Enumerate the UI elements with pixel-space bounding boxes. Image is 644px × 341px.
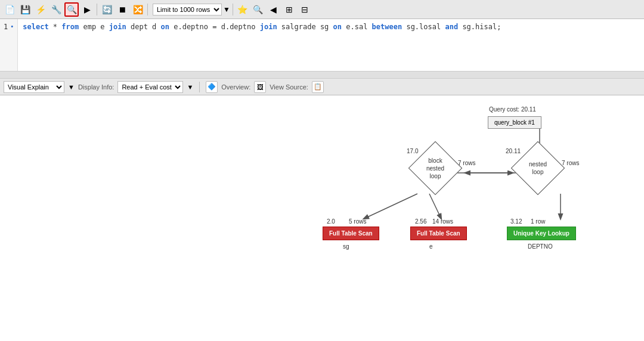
scan-sg-node: Full Table Scan — [323, 227, 379, 240]
sql-content[interactable]: select * from emp e join dept d on e.dep… — [18, 19, 644, 71]
lookup-node: Unique Key Lookup — [507, 227, 576, 240]
sql-salgrade: salgrade sg — [281, 23, 333, 31]
explain-button[interactable]: 🔧 — [49, 2, 63, 17]
lookup-cost: 3.12 — [510, 218, 522, 225]
scan-sg-table: sg — [343, 243, 349, 250]
limit-select[interactable]: Limit to 1000 rows Don't Limit Limit to … — [153, 4, 222, 16]
main-toolbar: 📄 💾 ⚡ 🔧 🔍 ▶ 🔄 ⏹ 🔀 Limit to 1000 rows Don… — [0, 0, 644, 19]
block-nested-loop-cost: 17.0 — [407, 148, 418, 154]
sep-explain — [199, 82, 200, 92]
new-file-button[interactable]: 📄 — [2, 2, 17, 17]
keyword-from: from — [61, 23, 79, 31]
filter-button[interactable]: 🔍 — [251, 2, 265, 17]
keyword-select: select — [23, 23, 48, 31]
forward-button[interactable]: ▶ — [80, 2, 94, 17]
sql-star: * — [53, 23, 61, 31]
diagram-arrows — [0, 95, 644, 341]
scan-e-rows: 14 rows — [432, 218, 453, 225]
keyword-join1: join — [109, 23, 126, 31]
sql-emp: emp e — [83, 23, 109, 31]
keyword-between: between — [372, 23, 402, 31]
grid-button[interactable]: ⊞ — [282, 2, 296, 17]
line-number-1: 1 — [4, 21, 8, 32]
overview-label: Overview: — [221, 83, 250, 91]
sep3 — [233, 4, 233, 16]
line-dot-1: • — [10, 21, 14, 32]
svg-line-3 — [429, 194, 441, 219]
keyword-join2: join — [260, 23, 277, 31]
run-button[interactable]: ⚡ — [33, 2, 48, 17]
view-source-btn[interactable]: 📋 — [312, 81, 324, 93]
line-number-row-1: 1 • — [4, 21, 14, 32]
display-info-select[interactable]: Read + Eval cost Read cost Eval cost — [117, 81, 183, 93]
sep1 — [97, 4, 97, 16]
nav2-button[interactable]: ⊟ — [298, 2, 312, 17]
sql-editor: 1 • select * from emp e join dept d on e… — [0, 19, 644, 72]
star-button[interactable]: ⭐ — [236, 2, 250, 17]
save-button[interactable]: 💾 — [18, 2, 32, 17]
limit-container: Limit to 1000 rows Don't Limit Limit to … — [153, 4, 230, 16]
query-cost-label: Query cost: 20.11 — [489, 106, 536, 113]
horizontal-scrollbar[interactable] — [0, 72, 644, 79]
sql-sal-cond: e.sal — [346, 23, 371, 31]
line-numbers: 1 • — [0, 19, 18, 71]
explain-toolbar: Visual Explain Tabular Explain ▼ Display… — [0, 79, 644, 95]
nav1-button[interactable]: ◀ — [267, 2, 281, 17]
sql-losal: sg.losal — [406, 23, 445, 31]
view-source-label: View Source: — [270, 83, 308, 91]
block-nested-loop-rows: 7 rows — [458, 160, 475, 166]
nested-loop-outer-rows: 7 rows — [562, 160, 579, 166]
query-block-node: query_block #1 — [488, 116, 541, 129]
keyword-on1: on — [161, 23, 169, 31]
keyword-and: and — [445, 23, 458, 31]
svg-line-2 — [364, 194, 417, 219]
sql-hisal: sg.hisal; — [462, 23, 501, 31]
explain-mode-select[interactable]: Visual Explain Tabular Explain — [4, 81, 64, 93]
search-button[interactable]: 🔍 — [64, 2, 79, 17]
keyword-on2: on — [333, 23, 342, 31]
explain-diagram-area: Query cost: 20.11 query_block #1 nestedl… — [0, 95, 644, 341]
reconnect-button[interactable]: 🔄 — [100, 2, 114, 17]
dropdown-arrow: ▼ — [223, 5, 230, 14]
dropdown-arrow-mode: ▼ — [68, 83, 75, 91]
lookup-rows: 1 row — [531, 218, 545, 225]
lookup-table: DEPTNO — [528, 243, 553, 250]
stop-button[interactable]: ⏹ — [115, 2, 129, 17]
scan-e-table: e — [429, 243, 433, 250]
nested-loop-outer-cost: 20.11 — [506, 148, 521, 154]
scan-e-node: Full Table Scan — [410, 227, 467, 240]
scan-sg-rows: 5 rows — [349, 218, 366, 225]
scan-sg-cost: 2.0 — [327, 218, 335, 225]
sql-deptno-cond: e.deptno = d.deptno — [174, 23, 260, 31]
display-info-label: Display Info: — [78, 83, 114, 91]
nested-loop-outer-container: nestedloop — [519, 149, 557, 187]
overview-btn[interactable]: 🖼 — [254, 81, 266, 93]
dropdown-arrow-display: ▼ — [187, 83, 193, 91]
sep2 — [147, 4, 148, 16]
explain-icon-btn[interactable]: 🔷 — [206, 81, 218, 93]
block-nested-loop-container: blocknestedloop — [416, 149, 454, 187]
sql-dept: dept d — [131, 23, 161, 31]
scan-e-cost: 2.56 — [415, 218, 426, 225]
toggle-button[interactable]: 🔀 — [131, 2, 145, 17]
